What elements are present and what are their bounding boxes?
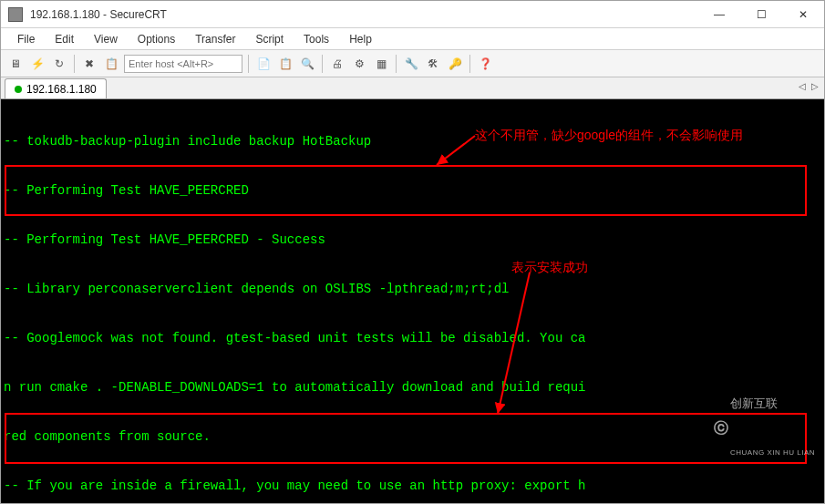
terminal-line: -- If you are inside a firewall, you may…	[4, 478, 821, 494]
terminal-line: -- Performing Test HAVE_PEERCRED	[4, 182, 821, 199]
terminal-line: -- Googlemock was not found. gtest-based…	[4, 330, 821, 346]
tab-scroll-left-icon[interactable]: ◁	[799, 81, 806, 91]
titlebar: 192.168.1.180 - SecureCRT — ☐ ✕	[1, 1, 824, 28]
tab-scroll-right-icon[interactable]: ▷	[811, 81, 819, 91]
separator	[248, 55, 249, 73]
terminal-line: n run cmake . -DENABLE_DOWNLOADS=1 to au…	[4, 379, 821, 396]
session-icon[interactable]: 📋	[102, 55, 120, 73]
minimize-button[interactable]: —	[698, 1, 740, 27]
session-tab[interactable]: 192.168.1.180	[5, 78, 107, 98]
window-controls: — ☐ ✕	[698, 1, 824, 27]
settings-icon[interactable]: ⚙	[350, 55, 368, 73]
menu-view[interactable]: View	[87, 29, 125, 49]
find-icon[interactable]: 🔍	[298, 55, 316, 73]
terminal[interactable]: -- tokudb-backup-plugin include backup H…	[1, 99, 824, 503]
menu-options[interactable]: Options	[130, 29, 182, 49]
separator	[396, 55, 397, 73]
tabbar: 192.168.1.180 ◁ ▷	[1, 77, 824, 99]
print-icon[interactable]: 🖨	[328, 55, 346, 73]
quick-connect-icon[interactable]: ⚡	[28, 55, 46, 73]
window-title: 192.168.1.180 - SecureCRT	[30, 8, 698, 21]
terminal-line: -- Performing Test HAVE_PEERCRED - Succe…	[4, 231, 821, 248]
tab-label: 192.168.1.180	[26, 83, 97, 96]
menu-help[interactable]: Help	[342, 29, 379, 49]
terminal-line: -- Library perconaserverclient depends o…	[4, 281, 821, 297]
separator	[322, 55, 323, 73]
watermark-en: CHUANG XIN HU LIAN	[730, 445, 815, 461]
tool1-icon[interactable]: 🔧	[402, 55, 420, 73]
app-icon	[8, 7, 23, 22]
maximize-button[interactable]: ☐	[740, 1, 782, 27]
connect-icon[interactable]: 🖥	[6, 55, 25, 73]
menu-script[interactable]: Script	[248, 29, 291, 49]
watermark-cn: 创新互联	[730, 396, 815, 412]
terminal-line: -- tokudb-backup-plugin include backup H…	[4, 133, 821, 149]
disconnect-icon[interactable]: ✖	[80, 55, 98, 73]
columns-icon[interactable]: ▦	[372, 55, 390, 73]
separator	[469, 55, 470, 73]
tool2-icon[interactable]: 🛠	[424, 55, 442, 73]
paste-icon[interactable]: 📋	[276, 55, 294, 73]
menu-edit[interactable]: Edit	[47, 29, 81, 49]
host-input[interactable]	[124, 55, 242, 73]
connection-indicator-icon	[15, 86, 22, 93]
toolbar: 🖥 ⚡ ↻ ✖ 📋 📄 📋 🔍 🖨 ⚙ ▦ 🔧 🛠 🔑 ❓	[1, 50, 824, 77]
menubar: File Edit View Options Transfer Script T…	[1, 28, 824, 50]
separator	[74, 55, 75, 73]
menu-tools[interactable]: Tools	[296, 29, 336, 49]
close-button[interactable]: ✕	[782, 1, 824, 27]
menu-transfer[interactable]: Transfer	[188, 29, 242, 49]
key-icon[interactable]: 🔑	[446, 55, 464, 73]
terminal-line: red components from source.	[4, 428, 821, 445]
menu-file[interactable]: File	[10, 29, 42, 49]
annotation-mid: 表示安装成功	[511, 259, 588, 275]
copy-icon[interactable]: 📄	[254, 55, 273, 73]
reconnect-icon[interactable]: ↻	[50, 55, 68, 73]
help-icon[interactable]: ❓	[476, 55, 494, 73]
